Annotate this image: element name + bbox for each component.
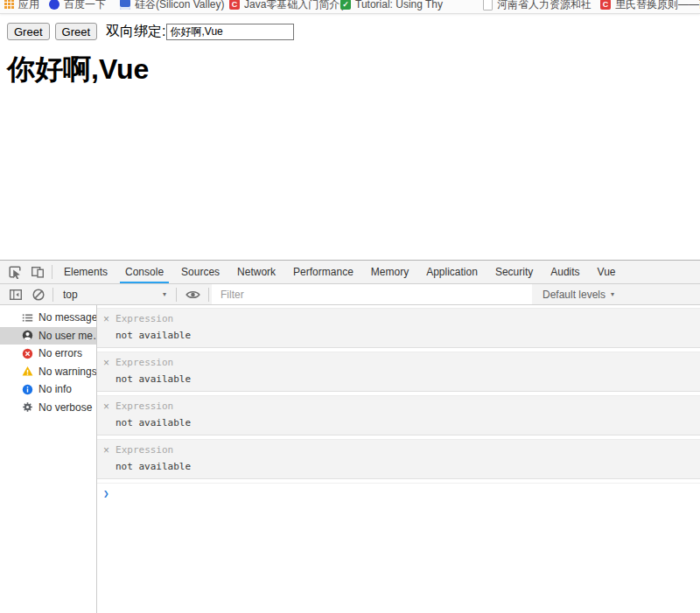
expression-result: not available bbox=[97, 417, 700, 428]
live-expression-eye-icon[interactable] bbox=[179, 284, 206, 305]
expression-result: not available bbox=[97, 461, 700, 472]
apps-grid-icon bbox=[4, 0, 14, 10]
page-title: 你好啊,Vue bbox=[7, 51, 149, 89]
browser-window: 应用 百度一下 硅谷(Silicon Valley) C Java零基础入门简介… bbox=[0, 0, 700, 613]
tab-memory[interactable]: Memory bbox=[362, 261, 417, 283]
divider bbox=[52, 265, 52, 279]
live-expression: × Expression not available bbox=[97, 308, 700, 348]
csdn-letter: C bbox=[232, 0, 238, 10]
sidebar-item-warnings[interactable]: No warnings bbox=[0, 363, 96, 381]
console-filter-input[interactable] bbox=[212, 284, 532, 304]
tab-elements[interactable]: Elements bbox=[55, 261, 116, 283]
sidebar-item-user-messages[interactable]: No user me… bbox=[0, 327, 96, 345]
tab-network[interactable]: Network bbox=[228, 261, 284, 283]
bookmarks-bar: 应用 百度一下 硅谷(Silicon Valley) C Java零基础入门简介… bbox=[0, 0, 700, 14]
binding-input[interactable] bbox=[166, 24, 294, 40]
sidebar-item-label: No info bbox=[38, 383, 72, 395]
bookmark-label: 里氏替换原则——面 bbox=[615, 0, 700, 12]
device-toolbar-icon[interactable] bbox=[26, 261, 49, 282]
devtools-tool-icons bbox=[0, 261, 55, 283]
expression-title[interactable]: Expression bbox=[116, 357, 173, 368]
warning-icon bbox=[22, 366, 33, 377]
bookmark-henan-hr[interactable]: 河南省人力资源和社 bbox=[483, 0, 592, 14]
sidebar-item-label: No warnings bbox=[38, 366, 96, 378]
tab-audits[interactable]: Audits bbox=[542, 261, 588, 283]
greet-button-1[interactable]: Greet bbox=[7, 23, 50, 40]
sidebar-item-errors[interactable]: No errors bbox=[0, 345, 96, 363]
devtools-panel: Elements Console Sources Network Perform… bbox=[0, 260, 700, 613]
tab-performance[interactable]: Performance bbox=[284, 261, 362, 283]
baidu-favicon bbox=[49, 0, 60, 10]
bookmark-label: Java零基础入门简介(- bbox=[244, 0, 346, 12]
bookmark-liskov[interactable]: C 里氏替换原则——面 bbox=[600, 0, 700, 14]
two-way-binding-label: 双向绑定: bbox=[106, 23, 165, 41]
sidebar-item-info[interactable]: No info bbox=[0, 380, 96, 399]
context-value: top bbox=[63, 289, 78, 301]
expression-title[interactable]: Expression bbox=[116, 444, 173, 456]
page-controls: Greet Greet 双向绑定: bbox=[7, 23, 294, 40]
console-body: No messages No user me… No errors No war… bbox=[0, 305, 700, 613]
devtools-tabbar: Elements Console Sources Network Perform… bbox=[0, 261, 700, 284]
bookmark-label: 硅谷(Silicon Valley) bbox=[135, 0, 224, 12]
close-icon[interactable]: × bbox=[103, 402, 109, 411]
tab-security[interactable]: Security bbox=[486, 261, 542, 283]
console-prompt[interactable]: ❯ bbox=[97, 483, 700, 499]
expression-result: not available bbox=[97, 330, 700, 341]
blue-square-favicon bbox=[120, 0, 130, 10]
close-icon[interactable]: × bbox=[103, 315, 109, 324]
blank-page-favicon bbox=[483, 0, 493, 10]
sidebar-item-label: No verbose bbox=[38, 401, 92, 414]
live-expression: × Expression not available bbox=[97, 395, 700, 435]
console-messages: × Expression not available × Expression … bbox=[97, 305, 700, 613]
levels-label: Default levels bbox=[542, 289, 606, 301]
bookmark-label: 河南省人力资源和社 bbox=[497, 0, 592, 12]
close-icon[interactable]: × bbox=[103, 359, 109, 367]
verbose-gear-icon bbox=[22, 401, 33, 413]
console-toolbar-icons bbox=[0, 284, 56, 304]
bookmark-baidu[interactable]: 百度一下 bbox=[49, 0, 106, 14]
expression-result: not available bbox=[97, 373, 700, 385]
bookmark-label: 百度一下 bbox=[64, 0, 106, 12]
info-icon bbox=[22, 384, 33, 395]
expression-title[interactable]: Expression bbox=[116, 313, 173, 324]
bookmark-tutorial[interactable]: ✓ Tutorial: Using Thy bbox=[340, 0, 443, 14]
greet-button-2[interactable]: Greet bbox=[55, 23, 98, 40]
check-glyph: ✓ bbox=[342, 0, 349, 9]
tab-application[interactable]: Application bbox=[417, 261, 486, 283]
sidebar-item-label: No messages bbox=[38, 311, 96, 324]
sidebar-item-label: No errors bbox=[38, 347, 82, 359]
user-icon bbox=[22, 330, 33, 341]
bookmark-label: Tutorial: Using Thy bbox=[355, 0, 443, 10]
bookmark-apps[interactable]: 应用 bbox=[4, 0, 39, 14]
green-check-favicon: ✓ bbox=[340, 0, 351, 10]
bookmark-label: 应用 bbox=[18, 0, 39, 12]
csdn-letter: C bbox=[603, 0, 609, 10]
expression-title[interactable]: Expression bbox=[116, 401, 173, 412]
sidebar-item-verbose[interactable]: No verbose bbox=[0, 399, 96, 417]
console-toolbar: top ▾ Default levels ▾ bbox=[0, 284, 700, 305]
tab-console[interactable]: Console bbox=[116, 261, 172, 283]
divider bbox=[208, 288, 209, 302]
log-levels-dropdown[interactable]: Default levels ▾ bbox=[542, 284, 614, 304]
csdn-favicon: C bbox=[229, 0, 240, 10]
live-expression: × Expression not available bbox=[97, 352, 700, 392]
console-context-selector[interactable]: top ▾ bbox=[56, 284, 173, 304]
error-icon bbox=[22, 348, 33, 359]
list-icon bbox=[22, 312, 33, 324]
divider bbox=[176, 288, 177, 302]
console-sidebar-toggle-icon[interactable] bbox=[4, 284, 27, 305]
bookmark-java-intro[interactable]: C Java零基础入门简介(- bbox=[229, 0, 346, 14]
bookmark-silicon-valley[interactable]: 硅谷(Silicon Valley) bbox=[120, 0, 224, 14]
clear-console-icon[interactable] bbox=[27, 284, 50, 305]
chevron-down-icon: ▾ bbox=[611, 290, 614, 298]
csdn-favicon: C bbox=[600, 0, 611, 10]
devtools-tabs: Elements Console Sources Network Perform… bbox=[55, 261, 625, 283]
sidebar-item-label: No user me… bbox=[38, 330, 96, 342]
tab-sources[interactable]: Sources bbox=[172, 261, 228, 283]
divider bbox=[52, 288, 53, 302]
close-icon[interactable]: × bbox=[103, 446, 109, 455]
live-expression: × Expression not available bbox=[97, 439, 700, 479]
tab-vue[interactable]: Vue bbox=[589, 261, 625, 283]
sidebar-item-messages[interactable]: No messages bbox=[0, 309, 96, 327]
inspect-element-icon[interactable] bbox=[4, 261, 26, 282]
